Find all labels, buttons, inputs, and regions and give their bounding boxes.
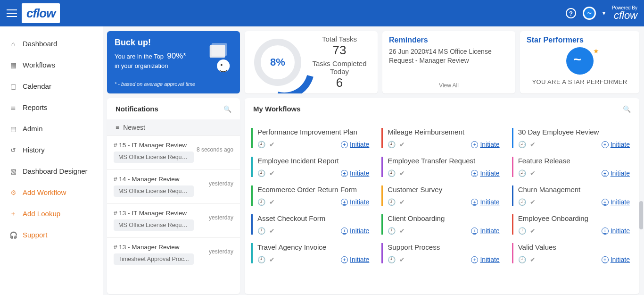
sidebar-item-add-lookup[interactable]: ＋Add Lookup (0, 203, 103, 224)
check-icon[interactable]: ✔︎ (399, 198, 405, 206)
notification-item[interactable]: # 13 - Manager Review yesterday Timeshee… (107, 237, 240, 271)
clock-icon[interactable]: 🕘 (257, 169, 265, 177)
notifications-panel: Notifications 🔍 ≡Newest # 15 - IT Manage… (107, 98, 240, 294)
initiate-button[interactable]: +Initiate (341, 227, 369, 235)
workflow-title[interactable]: Travel Agency Invoice (257, 243, 369, 251)
sidebar-item-reports[interactable]: ≣Reports (0, 97, 103, 118)
check-icon[interactable]: ✔︎ (269, 198, 275, 206)
clock-icon[interactable]: 🕘 (257, 256, 265, 263)
workflow-title[interactable]: Employee Transfer Request (388, 157, 499, 165)
brand-logo[interactable]: cflow (22, 3, 60, 23)
search-icon[interactable]: 🔍 (623, 105, 631, 113)
workflow-title[interactable]: 30 Day Employee Review (518, 128, 630, 136)
initiate-button[interactable]: +Initiate (602, 169, 630, 177)
reminders-view-all[interactable]: View All (389, 79, 509, 89)
initiate-button[interactable]: +Initiate (471, 141, 499, 148)
initiate-button[interactable]: +Initiate (471, 198, 499, 206)
chevron-down-icon[interactable]: ▾ (603, 10, 605, 17)
plus-circle-icon: + (602, 228, 609, 235)
initiate-button[interactable]: +Initiate (602, 256, 630, 263)
search-icon[interactable]: 🔍 (223, 105, 231, 113)
clock-icon[interactable]: 🕘 (518, 256, 526, 263)
main-content: Buck up! You are in the Top 90%*in your … (103, 26, 644, 295)
initiate-button[interactable]: +Initiate (341, 169, 369, 177)
brand-text: cflow (26, 6, 55, 21)
check-icon[interactable]: ✔︎ (399, 227, 405, 235)
initiate-button[interactable]: +Initiate (341, 198, 369, 206)
workflow-title[interactable]: Asset Checkout Form (257, 214, 369, 222)
check-icon[interactable]: ✔︎ (269, 227, 275, 235)
sidebar-item-dashboard[interactable]: ⌂Dashboard (0, 33, 103, 54)
sidebar-item-label: Calendar (23, 82, 51, 90)
notifications-sort[interactable]: ≡Newest (107, 119, 240, 135)
plus-icon: ＋ (9, 210, 17, 218)
clock-icon[interactable]: 🕘 (257, 198, 265, 206)
tasks-today-label: Tasks Completed Today (306, 59, 373, 76)
notification-item[interactable]: # 14 - Manager Review yesterday MS Offic… (107, 169, 240, 203)
clock-icon[interactable]: 🕘 (388, 256, 396, 263)
scrollbar-thumb[interactable] (639, 201, 643, 229)
plus-circle-icon: + (602, 170, 609, 177)
initiate-button[interactable]: +Initiate (602, 198, 630, 206)
workflow-title[interactable]: Employee Onboarding (518, 214, 630, 222)
initiate-button[interactable]: +Initiate (471, 169, 499, 177)
initiate-button[interactable]: +Initiate (471, 227, 499, 235)
initiate-button[interactable]: +Initiate (341, 256, 369, 263)
plus-circle-icon: + (602, 199, 609, 206)
tasks-today-value: 6 (306, 76, 373, 90)
sidebar-item-calendar[interactable]: ▢Calendar (0, 76, 103, 97)
clock-icon[interactable]: 🕘 (388, 141, 396, 148)
check-icon[interactable]: ✔︎ (399, 256, 405, 263)
clock-icon[interactable]: 🕘 (388, 198, 396, 206)
workflow-title[interactable]: Support Process (388, 243, 499, 251)
workflow-title[interactable]: Churn Management (518, 185, 630, 194)
help-icon[interactable]: ? (566, 8, 576, 18)
sidebar-item-support[interactable]: 🎧Support (0, 224, 103, 245)
initiate-button[interactable]: +Initiate (471, 256, 499, 263)
reminder-text[interactable]: 26 Jun 2020#14 MS Office License Request… (389, 47, 509, 65)
workflow-title[interactable]: Mileage Reimbursement (388, 128, 499, 136)
check-icon[interactable]: ✔︎ (530, 256, 536, 263)
check-icon[interactable]: ✔︎ (399, 169, 405, 177)
workflow-title[interactable]: Valid Values (518, 243, 630, 251)
check-icon[interactable]: ✔︎ (530, 198, 536, 206)
workflow-title[interactable]: Employee Incident Report (257, 157, 369, 165)
clock-icon[interactable]: 🕘 (518, 141, 526, 148)
plus-circle-icon: + (602, 256, 609, 263)
clock-icon[interactable]: 🕘 (257, 141, 265, 148)
notification-item[interactable]: # 13 - IT Manager Review yesterday MS Of… (107, 203, 240, 237)
check-icon[interactable]: ✔︎ (269, 256, 275, 263)
initiate-button[interactable]: +Initiate (602, 227, 630, 235)
buckup-illustration (206, 42, 233, 76)
initiate-button[interactable]: +Initiate (341, 141, 369, 148)
workflow-title[interactable]: Customer Survey (388, 185, 499, 194)
check-icon[interactable]: ✔︎ (530, 141, 536, 148)
initiate-button[interactable]: +Initiate (602, 141, 630, 148)
clock-icon[interactable]: 🕘 (388, 227, 396, 235)
clock-icon[interactable]: 🕘 (518, 198, 526, 206)
clock-icon[interactable]: 🕘 (518, 169, 526, 177)
sidebar-item-add-workflow[interactable]: ⚙Add Workflow (0, 182, 103, 203)
check-icon[interactable]: ✔︎ (530, 169, 536, 177)
check-icon[interactable]: ✔︎ (399, 141, 405, 148)
sidebar-item-dashboard-designer[interactable]: ▧Dashboard Designer (0, 160, 103, 182)
clock-icon[interactable]: 🕘 (518, 227, 526, 235)
workflow-title[interactable]: Client Onboarding (388, 214, 499, 222)
notification-time: yesterday (209, 214, 233, 221)
hamburger-menu-icon[interactable] (7, 9, 17, 17)
workflow-title[interactable]: Ecommerce Order Return Form (257, 185, 369, 194)
workflow-title[interactable]: Performance Improvement Plan (257, 128, 369, 136)
workflow-title[interactable]: Feature Release (518, 157, 630, 165)
check-icon[interactable]: ✔︎ (530, 227, 536, 235)
clock-icon[interactable]: 🕘 (257, 227, 265, 235)
sidebar-item-workflows[interactable]: ▦Workflows (0, 54, 103, 76)
sidebar-item-history[interactable]: ↺History (0, 139, 103, 160)
sidebar-item-admin[interactable]: ▤Admin (0, 118, 103, 139)
workflow-card: Ecommerce Order Return Form 🕘 ✔︎ +Initia… (251, 185, 372, 206)
flow-icon: ⚙ (9, 189, 17, 196)
check-icon[interactable]: ✔︎ (269, 141, 275, 148)
clock-icon[interactable]: 🕘 (388, 169, 396, 177)
check-icon[interactable]: ✔︎ (269, 169, 275, 177)
user-avatar[interactable]: ~ (583, 7, 596, 20)
notification-item[interactable]: # 15 - IT Manager Review 8 seconds ago M… (107, 135, 240, 169)
